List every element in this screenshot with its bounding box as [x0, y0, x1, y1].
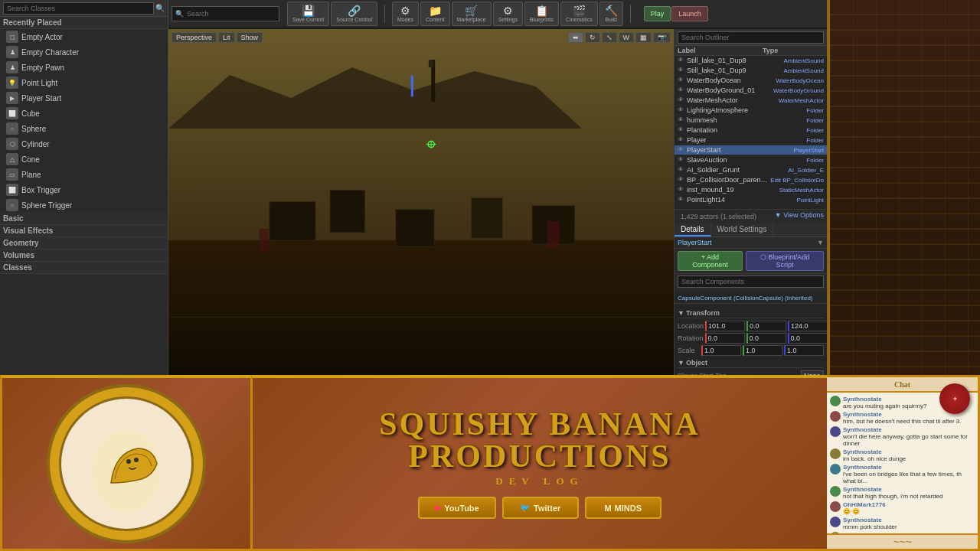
left-item-sphere-trigger[interactable]: ○Sphere Trigger [0, 197, 168, 213]
visibility-eye[interactable]: 👁 [678, 156, 685, 164]
outliner-row[interactable]: 👁PointLight14PointLight [675, 195, 827, 205]
recently-placed-section[interactable]: Recently Placed [0, 17, 168, 29]
outliner-row[interactable]: 👁Still_lake_01_Dup8AmbientSound [675, 56, 827, 66]
location-y[interactable] [746, 321, 786, 331]
left-item-empty-actor[interactable]: ◻Empty Actor [0, 29, 168, 44]
visibility-eye[interactable]: 👁 [678, 146, 685, 154]
classes-section[interactable]: Classes [0, 262, 168, 274]
viewport[interactable]: Perspective Lit Show ⬌ ↻ ⤡ W ▦ 📷 [168, 29, 674, 413]
visibility-eye[interactable]: 👁 [678, 196, 685, 204]
row-type: WaterBodyOcean [776, 77, 824, 84]
world-btn[interactable]: W [619, 32, 635, 43]
outliner-row[interactable]: 👁hummeshFolder [675, 116, 827, 126]
view-options-btn[interactable]: ▼ View Options [775, 211, 824, 222]
left-item-cube[interactable]: ⬜Cube [0, 106, 168, 121]
visibility-eye[interactable]: 👁 [678, 57, 685, 64]
component-search-input[interactable] [678, 276, 824, 288]
launch-btn[interactable]: Launch [671, 6, 708, 21]
visibility-eye[interactable]: 👁 [678, 77, 685, 84]
ue-search-input[interactable] [184, 7, 276, 21]
settings-btn[interactable]: ⚙ Settings [493, 2, 523, 26]
visibility-eye[interactable]: 👁 [678, 136, 685, 144]
row-type: Folder [778, 127, 824, 134]
left-item-sphere[interactable]: ○Sphere [0, 121, 168, 136]
left-item-cylinder[interactable]: ⬡Cylinder [0, 136, 168, 152]
outliner-row[interactable]: 👁LightingAtmosphereFolder [675, 106, 827, 116]
tab-world-settings[interactable]: World Settings [711, 223, 774, 236]
outliner-row[interactable]: 👁Still_lake_01_Dup9AmbientSound [675, 66, 827, 76]
camera-speed-btn[interactable]: 📷 [653, 32, 671, 43]
modes-btn[interactable]: ⚙ Modes [392, 2, 419, 26]
rotation-z[interactable] [788, 333, 827, 344]
rotation-y[interactable] [746, 333, 786, 344]
rotation-x[interactable] [705, 333, 745, 344]
outliner-row[interactable]: 👁PlayerStartPlayerStart [675, 145, 827, 155]
outliner-row[interactable]: 👁SlaveAuctionFolder [675, 155, 827, 165]
chat-line: Synthnostate not that high though, i'm n… [830, 486, 975, 500]
search-classes-input[interactable] [3, 2, 154, 15]
build-btn[interactable]: 🔨 Build [599, 2, 623, 26]
outliner-row[interactable]: 👁BP_CollisiorDoor_parent_InterfaceEdit B… [675, 175, 827, 185]
blueprints-btn[interactable]: 📋 Blueprints [524, 2, 559, 26]
visibility-eye[interactable]: 👁 [678, 67, 685, 74]
visibility-eye[interactable]: 👁 [678, 106, 685, 114]
left-item-player-start[interactable]: ▶Player Start [0, 90, 168, 106]
left-item-empty-character[interactable]: ♟Empty Character [0, 44, 168, 60]
show-btn[interactable]: Show [237, 32, 263, 43]
visibility-eye[interactable]: 👁 [678, 86, 685, 94]
save-current-btn[interactable]: 💾 Save Current [287, 2, 329, 26]
content-btn[interactable]: 📁 Content [420, 2, 450, 26]
component-tree-item[interactable]: CapsuleComponent (CollisionCapsule) (Inh… [678, 295, 813, 302]
scale-btn[interactable]: ⤡ [602, 32, 617, 43]
actors-count: 1,429 actors (1 selected) [678, 211, 760, 222]
add-component-btn[interactable]: + Add Component [678, 251, 743, 271]
twitter-btn[interactable]: 🐦 Twitter [502, 497, 579, 519]
visual-effects-section[interactable]: Visual Effects [0, 225, 168, 237]
left-item-point-light[interactable]: 💡Point Light [0, 75, 168, 90]
marketplace-btn[interactable]: 🛒 Marketplace [452, 2, 492, 26]
outliner-row[interactable]: 👁WaterBodyOceanWaterBodyOcean [675, 76, 827, 86]
outliner-row[interactable]: 👁AI_Soldier_GruntAI_Soldier_E [675, 165, 827, 175]
scale-z[interactable] [784, 345, 824, 356]
cinematics-btn[interactable]: 🎬 Cinematics [560, 2, 598, 26]
left-item-plane[interactable]: ▭Plane [0, 167, 168, 182]
left-item-box-trigger[interactable]: ⬜Box Trigger [0, 182, 168, 197]
visibility-eye[interactable]: 👁 [678, 166, 685, 174]
minds-btn[interactable]: M MINDS [585, 497, 662, 519]
visibility-eye[interactable]: 👁 [678, 116, 685, 124]
chat-avatar [830, 486, 841, 497]
youtube-btn[interactable]: ▶ YouTube [418, 497, 495, 519]
outliner-search-input[interactable] [678, 31, 824, 44]
visibility-eye[interactable]: 👁 [678, 96, 685, 104]
outliner-row[interactable]: 👁WaterBodyGround_01WaterBodyGround [675, 86, 827, 96]
object-section-header[interactable]: ▼ Object [678, 357, 824, 368]
scale-x[interactable] [701, 345, 741, 356]
classes-search-bar[interactable]: 🔍 [0, 0, 168, 17]
left-item-cone[interactable]: △Cone [0, 152, 168, 167]
visibility-eye[interactable]: 👁 [678, 176, 685, 184]
perspective-btn[interactable]: Perspective [172, 32, 217, 43]
outliner-row[interactable]: 👁WaterMeshActorWaterMeshActor [675, 96, 827, 106]
left-item-empty-pawn[interactable]: ♟Empty Pawn [0, 60, 168, 75]
visibility-eye[interactable]: 👁 [678, 186, 685, 194]
outliner-row[interactable]: 👁PlantationFolder [675, 126, 827, 135]
lit-btn[interactable]: Lit [218, 32, 235, 43]
blueprint-btn[interactable]: ⬡ Blueprint/Add Script [746, 251, 824, 271]
visibility-eye[interactable]: 👁 [678, 126, 685, 134]
volumes-section[interactable]: Volumes [0, 249, 168, 262]
location-z[interactable] [788, 321, 827, 331]
geometry-section[interactable]: Geometry [0, 237, 168, 249]
source-control-btn[interactable]: 🔗 Source Control [331, 2, 377, 26]
outliner-row[interactable]: 👁PlayerFolder [675, 135, 827, 145]
translate-btn[interactable]: ⬌ [568, 32, 583, 43]
outliner-row[interactable]: 👁inst_mound_19StaticMeshActor [675, 185, 827, 195]
row-type: WaterMeshActor [778, 97, 824, 104]
scale-y[interactable] [743, 345, 782, 356]
transform-section-header[interactable]: ▼ Transform [678, 307, 824, 318]
snap-btn[interactable]: ▦ [635, 32, 652, 43]
play-btn[interactable]: Play [644, 6, 671, 21]
basic-section[interactable]: Basic [0, 213, 168, 225]
tab-details[interactable]: Details [675, 223, 711, 236]
location-x[interactable] [705, 321, 745, 331]
rotate-btn[interactable]: ↻ [585, 32, 600, 43]
